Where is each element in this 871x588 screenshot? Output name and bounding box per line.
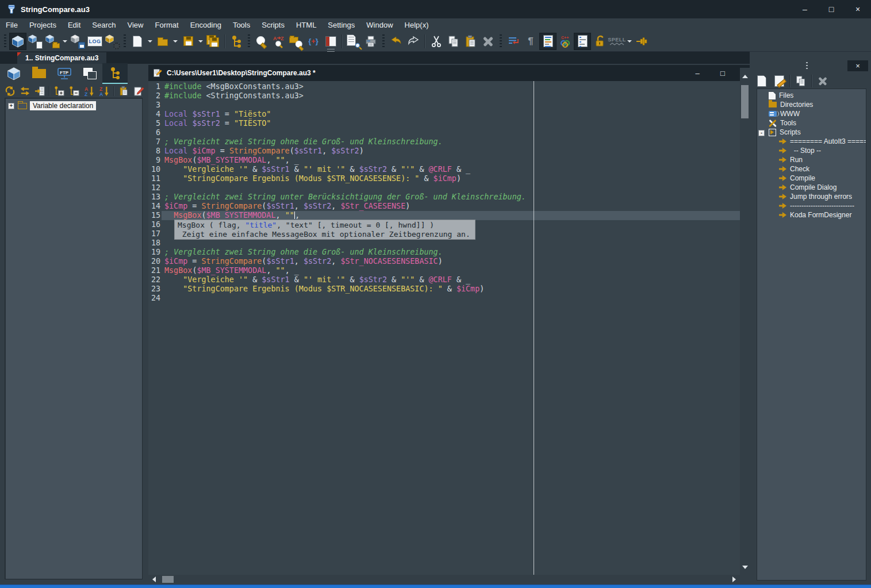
tab-windows[interactable] [77,63,102,84]
swap-button[interactable] [17,85,32,97]
delete-item-button[interactable] [814,73,831,89]
word-wrap-button[interactable] [505,33,522,50]
refresh-button[interactable] [2,85,17,97]
insert-to-editor-button[interactable] [32,85,47,97]
project-add-file-button[interactable] [26,33,44,50]
scroll-down-arrow-icon[interactable] [742,566,748,569]
edit-button[interactable] [131,85,146,97]
scroll-left-arrow-icon[interactable] [152,577,156,582]
print-preview-button[interactable] [345,33,362,50]
project-open-button[interactable] [44,33,61,50]
tree-item-directories[interactable]: Directories [757,100,866,109]
tree-item-run[interactable]: Run [757,155,866,164]
tree-item-tools[interactable]: Tools [757,118,866,128]
menu-item-edit[interactable]: Edit [62,21,86,29]
scroll-right-arrow-icon[interactable] [732,577,736,582]
chevron-down-icon[interactable] [627,40,632,43]
menu-item-format[interactable]: Format [149,21,184,29]
project-settings-button[interactable] [103,33,121,50]
new-file-button[interactable] [129,33,146,50]
expander-icon[interactable]: - [758,130,765,136]
menu-item-projects[interactable]: Projects [24,21,62,29]
project-save-button[interactable] [69,33,86,50]
tree-item-check[interactable]: Check [757,164,866,174]
tree-item-compile-dialog[interactable]: Compile Dialog [757,183,866,192]
edit-item-button[interactable] [770,73,788,89]
pin-button[interactable] [634,33,651,50]
vertical-scrollbar[interactable] [740,68,750,575]
tree-item-compile[interactable]: Compile [757,174,866,183]
toolbar-grip[interactable] [248,34,250,48]
tree-item-jump-through-errors[interactable]: Jump through errors [757,192,866,201]
new-item-button[interactable] [753,73,770,89]
chevron-down-icon[interactable] [198,40,203,43]
undo-button[interactable] [387,33,405,50]
panel-grip[interactable] [806,62,808,70]
cpp-highlighter-button[interactable]: C++ [557,33,574,50]
collapse-all-button[interactable] [67,85,82,97]
tree-item-variable-declaration[interactable]: + Variable declaration [8,100,142,112]
replace-button[interactable]: AZ [270,33,287,50]
tab-files[interactable] [26,63,52,84]
spell-check-button[interactable]: SPELL [608,33,626,50]
paste-button[interactable] [462,33,479,50]
save-button[interactable] [179,33,197,50]
find-in-files-button[interactable] [287,33,305,50]
panel-close-button[interactable]: × [847,60,868,71]
toolbar-grip[interactable] [4,34,6,48]
chevron-down-icon[interactable] [173,40,178,43]
horizontal-scrollbar[interactable] [148,575,740,584]
code-explorer-toggle-button[interactable] [574,33,591,50]
menu-item-encoding[interactable]: Encoding [185,21,227,29]
syntax-highlight-button[interactable] [539,33,557,50]
tree-item--[interactable]: ---------------------------- [757,201,866,210]
log-button[interactable]: LOG [86,33,103,50]
menu-item-search[interactable]: Search [86,21,121,29]
tree-item-www[interactable]: WWW [757,109,866,118]
vertical-scroll-thumb[interactable] [741,85,749,118]
menu-item-html[interactable]: HTML [290,21,322,29]
tab-project[interactable] [1,63,26,84]
horizontal-scroll-thumb[interactable] [162,576,174,583]
tree-item-koda-formdesigner[interactable]: Koda FormDesigner [757,210,866,220]
menu-item-view[interactable]: View [122,21,149,29]
sort-asc-button[interactable]: AZ [82,85,97,97]
find-button[interactable] [253,33,270,50]
doc-minimize-button[interactable]: – [688,65,707,81]
close-button[interactable]: × [845,0,871,18]
menu-item-file[interactable]: File [0,21,24,29]
cut-button[interactable] [428,33,445,50]
redo-button[interactable] [405,33,422,50]
tree-item-files[interactable]: Files [757,91,866,100]
sort-desc-button[interactable]: ZA [97,85,112,97]
dictionary-button[interactable] [322,33,339,50]
tree-item-scripts[interactable]: -Scripts [757,128,866,137]
lock-file-button[interactable] [591,33,608,50]
delete-button[interactable] [479,33,497,50]
goto-bracket-button[interactable]: {+} [305,33,322,50]
minimize-button[interactable]: – [792,0,818,18]
tab-stringcompare[interactable]: 1.. StringCompare.au3 [17,52,106,64]
copy-item-button[interactable] [792,73,809,89]
scroll-up-arrow-icon[interactable] [742,75,748,78]
scripts-tree[interactable]: FilesDirectoriesWWWTools-Scripts========… [757,89,866,581]
show-formatting-button[interactable]: ¶ [522,33,539,50]
toolbar-grip[interactable] [124,34,126,48]
menu-item-helpx[interactable]: Help(x) [399,21,435,29]
expand-all-button[interactable] [52,85,67,97]
maximize-button[interactable]: □ [818,0,845,18]
toolbar-grip[interactable] [500,34,502,48]
chevron-down-icon[interactable] [148,40,152,43]
tree-item--autoit3-[interactable]: ======== AutoIt3 ======== [757,137,866,146]
menu-item-tools[interactable]: Tools [227,21,256,29]
print-button[interactable] [362,33,379,50]
menu-item-scripts[interactable]: Scripts [256,21,290,29]
copy-button[interactable] [445,33,462,50]
save-all-button[interactable] [205,33,222,50]
chevron-down-icon[interactable] [63,40,67,43]
tab-code-explorer[interactable] [102,63,128,84]
doc-maximize-button[interactable]: □ [713,65,732,81]
expander-icon[interactable]: + [8,103,14,109]
new-project-button[interactable] [9,33,26,50]
tree-item--stop-[interactable]: -- Stop -- [757,146,866,155]
